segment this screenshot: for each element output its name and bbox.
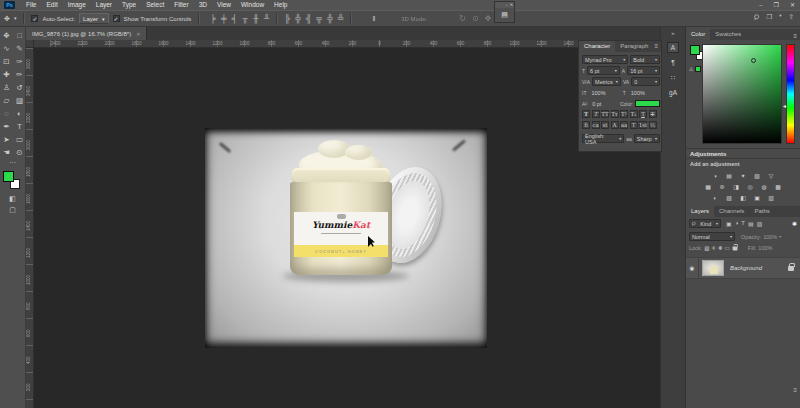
anti-alias-dropdown[interactable]: Sharp▾ — [634, 134, 660, 143]
align-icon[interactable]: ╡ — [232, 12, 238, 26]
quick-mask-icon[interactable]: ◧ — [0, 193, 25, 204]
adjustment-icon[interactable]: ▨ — [724, 193, 734, 202]
opentype-button[interactable]: st — [601, 121, 609, 129]
crop-tool[interactable]: ⊡ — [0, 55, 13, 68]
layer-row-background[interactable]: ◉ Background — [686, 257, 800, 279]
document-tab[interactable]: IMG_9876 (1).jpg @ 16.7% (RGB/8*) ✕ — [26, 27, 147, 40]
style-button[interactable]: T — [649, 110, 657, 118]
brush-tool[interactable]: ✏ — [13, 68, 26, 81]
menu-item[interactable]: 3D — [194, 0, 212, 10]
filter-toggle-icon[interactable]: ✱ — [792, 220, 797, 227]
history-brush-tool[interactable]: ↺ — [13, 81, 26, 94]
menu-item[interactable]: Select — [141, 0, 169, 10]
auto-select-checkbox[interactable]: ✓ — [31, 15, 38, 22]
tool-preset-arrow[interactable]: ▾ — [14, 11, 17, 26]
style-button[interactable]: T — [582, 110, 590, 118]
tab-close-icon[interactable]: ✕ — [136, 31, 140, 37]
leading-field[interactable]: 16 pt▾ — [627, 66, 660, 75]
layer-filter-icon[interactable]: ▤ — [748, 220, 754, 227]
adjustment-icon[interactable]: ▧ — [752, 171, 762, 180]
vertical-scale-field[interactable]: 100% — [588, 88, 620, 97]
type-tool[interactable]: T — [13, 120, 26, 133]
menu-item[interactable]: File — [21, 0, 41, 10]
blend-mode-dropdown[interactable]: Normal ▾ — [689, 232, 735, 241]
layers-stack-icon[interactable]: ▤ — [501, 11, 508, 19]
menu-item[interactable]: Filter — [169, 0, 193, 10]
adjustment-icon[interactable]: ◨ — [731, 182, 741, 191]
panel-menu-icon[interactable]: ≡ — [793, 33, 797, 39]
style-button[interactable]: T — [592, 110, 600, 118]
eraser-tool[interactable]: ▱ — [0, 94, 13, 107]
adjustment-icon[interactable]: ▦ — [703, 182, 713, 191]
tab-color[interactable]: Color — [686, 29, 710, 40]
adjustment-icon[interactable]: ◎ — [745, 182, 755, 191]
menu-item[interactable]: Help — [269, 0, 292, 10]
foreground-color-swatch[interactable] — [3, 171, 14, 182]
lock-icon[interactable]: ✥ — [718, 245, 723, 251]
tab-swatches[interactable]: Swatches — [710, 29, 746, 40]
layer-filter-icon[interactable]: T — [741, 220, 745, 227]
chevron-down-icon[interactable]: ▾ — [779, 13, 781, 21]
font-style-dropdown[interactable]: Bold▾ — [630, 55, 660, 64]
clone-stamp-tool[interactable]: ♙ — [0, 81, 13, 94]
menu-item[interactable]: Type — [117, 0, 141, 10]
style-button[interactable]: T¹ — [620, 110, 628, 118]
gamut-warning-icon[interactable]: ⚠ — [689, 66, 693, 72]
adjustment-icon[interactable]: ◍ — [759, 182, 769, 191]
menu-item[interactable]: Edit — [41, 0, 62, 10]
adjustment-icon[interactable]: ▩ — [773, 182, 783, 191]
align-icon[interactable]: ╞ — [210, 12, 216, 26]
stylistic-sets-icon[interactable]: gA — [667, 87, 679, 98]
baseline-shift-field[interactable]: 0 pt — [589, 99, 618, 108]
adjustment-icon[interactable]: ◐ — [710, 193, 720, 202]
layer-filter-dropdown[interactable]: Ϙ Kind ▾ — [689, 219, 721, 228]
opentype-button[interactable]: fi — [582, 121, 590, 129]
adjustment-icon[interactable]: ▽ — [766, 171, 776, 180]
visibility-eye-icon[interactable]: ◉ — [686, 257, 699, 279]
adjustment-icon[interactable]: ⊚ — [717, 182, 727, 191]
style-button[interactable]: TT — [601, 110, 609, 118]
blur-tool[interactable]: ◌ — [0, 107, 13, 120]
color-picker-marker[interactable] — [751, 58, 756, 63]
adjustment-icon[interactable]: ▥ — [766, 193, 776, 202]
align-icon[interactable]: ╫ — [253, 12, 259, 26]
canvas-area[interactable]: YummieKat COCONUT+ HONEY — [34, 48, 660, 408]
dodge-tool[interactable]: ◐ — [13, 107, 26, 120]
opentype-button[interactable]: 1st — [639, 121, 647, 129]
opentype-button[interactable]: ca — [592, 121, 600, 129]
align-icon[interactable]: ╥ — [242, 12, 248, 26]
paragraph-panel-icon[interactable]: ¶ — [667, 57, 679, 68]
color-field[interactable] — [702, 44, 782, 144]
hue-slider-arrow[interactable]: ◄ — [782, 104, 787, 109]
3d-mode-icon[interactable]: ↻ — [459, 12, 466, 26]
layer-thumbnail[interactable] — [702, 260, 724, 276]
style-button[interactable]: Tᴛ — [611, 110, 619, 118]
quick-selection-tool[interactable]: ✎ — [13, 42, 26, 55]
edit-toolbar-icon[interactable]: ⋯ — [0, 159, 25, 169]
web-color-cube[interactable] — [695, 66, 701, 72]
menu-item[interactable]: Image — [63, 0, 91, 10]
show-transform-checkbox[interactable]: ✓ — [113, 15, 120, 22]
menu-item[interactable]: Window — [236, 0, 269, 10]
distribute-icon[interactable]: ╣ — [306, 12, 312, 26]
path-selection-tool[interactable]: ➤ — [0, 133, 13, 146]
distribute-icon[interactable]: ╦ — [316, 12, 322, 26]
distribute-icon[interactable]: ╠ — [284, 12, 290, 26]
lock-icon[interactable]: ▭ — [725, 245, 730, 251]
glyphs-panel-icon[interactable]: ∷ — [667, 72, 679, 83]
gradient-tool[interactable]: ▨ — [13, 94, 26, 107]
opentype-button[interactable]: ½ — [649, 121, 657, 129]
hue-slider[interactable] — [786, 44, 795, 144]
panel-menu-icon[interactable]: ≡ — [793, 387, 797, 393]
screen-mode-icon[interactable]: ▢ — [0, 204, 25, 215]
lock-icon[interactable]: ✛ — [711, 245, 716, 251]
panel-menu-icon[interactable]: ≡ — [654, 43, 658, 49]
horizontal-scale-field[interactable]: 100% — [628, 88, 660, 97]
lock-icon[interactable]: ▨ — [704, 245, 709, 251]
marquee-tool[interactable]: □ — [13, 29, 26, 42]
shape-tool[interactable]: ▭ — [13, 133, 26, 146]
lasso-tool[interactable]: ∿ — [0, 42, 13, 55]
auto-select-target-dropdown[interactable]: Layer ▾ — [79, 13, 109, 24]
tab-layers[interactable]: Layers — [686, 206, 714, 217]
move-tool[interactable]: ✥ — [0, 29, 13, 42]
